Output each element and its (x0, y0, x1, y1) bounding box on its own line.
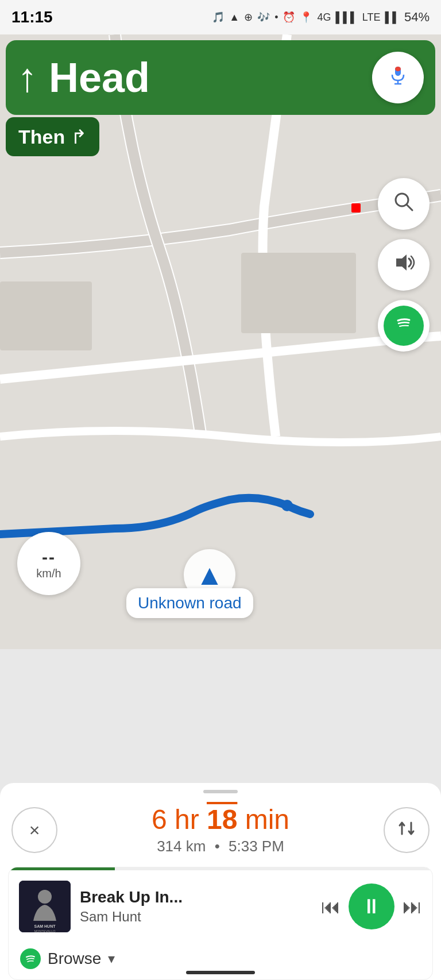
trip-hours: 6 hr (152, 804, 207, 835)
dot-status-icon: • (274, 11, 278, 24)
red-dot-marker (351, 203, 361, 213)
trip-time-info: 6 hr 18 min 314 km • 5:33 PM (63, 805, 378, 855)
pause-icon: ⏸ (361, 894, 382, 919)
search-button[interactable] (378, 178, 430, 230)
status-time: 11:15 (11, 8, 53, 26)
trip-minutes: 18 (207, 804, 237, 835)
signal2-icon: ▌▌ (385, 11, 400, 24)
music-progress-fill (9, 867, 115, 870)
navigation-header: ↑ Head Then ↱ (0, 34, 441, 156)
speed-value: -- (42, 547, 56, 567)
previous-track-button[interactable]: ⏮ (321, 896, 341, 918)
spotify2-status-icon: 🎶 (257, 11, 270, 24)
spotify-status-icon: 🎵 (212, 11, 225, 24)
next-track-button[interactable]: ⏭ (403, 896, 422, 918)
album-art: SAM HUNT MONTEVALLO (19, 881, 71, 932)
svg-text:MONTEVALLO: MONTEVALLO (34, 929, 56, 932)
trip-duration: 6 hr 18 min (63, 805, 378, 835)
lte-icon: LTE (362, 11, 381, 24)
browse-label[interactable]: Browse (48, 950, 101, 968)
nav-street-name: Head (49, 54, 361, 101)
pause-button[interactable]: ⏸ (349, 883, 394, 929)
music-info: Break Up In... Sam Hunt (80, 888, 312, 925)
trip-eta: 5:33 PM (229, 838, 284, 855)
svg-text:SAM HUNT: SAM HUNT (34, 924, 56, 928)
bottom-panel: × 6 hr 18 min 314 km • 5:33 PM (0, 783, 441, 980)
spotify-logo-footer (20, 948, 41, 969)
location-status-icon: 📍 (300, 11, 312, 24)
svg-point-13 (392, 312, 415, 335)
music-content: SAM HUNT MONTEVALLO Break Up In... Sam H… (9, 870, 432, 943)
nav-status-icon: ▲ (229, 11, 239, 24)
svg-line-11 (407, 205, 412, 210)
svg-marker-12 (396, 254, 407, 271)
trip-min-label: min (237, 804, 289, 835)
cancel-navigation-button[interactable]: × (11, 807, 57, 853)
spotify-circle (384, 306, 424, 346)
nav-then-label: Then (18, 126, 65, 148)
network-icon: 4G (317, 11, 331, 24)
svg-point-3 (281, 500, 293, 511)
unknown-road-label: Unknown road (126, 588, 253, 618)
status-bar: 11:15 🎵 ▲ ⊕ 🎶 • ⏰ 📍 4G ▌▌▌ LTE ▌▌ 54% (0, 0, 441, 34)
add-status-icon: ⊕ (244, 11, 253, 24)
trip-info: × 6 hr 18 min 314 km • 5:33 PM (0, 793, 441, 861)
trip-details: 314 km • 5:33 PM (63, 838, 378, 855)
nav-then-arrow-icon: ↱ (71, 125, 87, 148)
routes-icon (395, 817, 418, 844)
voice-button[interactable] (372, 52, 424, 103)
trip-separator: • (215, 838, 220, 855)
location-arrow-icon: ▲ (195, 558, 224, 592)
music-progress-bar (9, 867, 432, 870)
status-icons: 🎵 ▲ ⊕ 🎶 • ⏰ 📍 4G ▌▌▌ LTE ▌▌ 54% (212, 10, 430, 25)
home-indicator (186, 971, 255, 974)
svg-rect-7 (395, 67, 401, 71)
microphone-icon (385, 62, 411, 93)
side-buttons-container (378, 178, 430, 352)
music-player[interactable]: SAM HUNT MONTEVALLO Break Up In... Sam H… (8, 867, 433, 980)
svg-point-15 (38, 890, 52, 904)
sound-icon (392, 250, 416, 280)
search-icon (392, 190, 416, 219)
speed-unit: km/h (36, 567, 61, 580)
music-controls: ⏮ ⏸ ⏭ (321, 883, 422, 929)
alarm-icon: ⏰ (283, 11, 295, 24)
signal-icon: ▌▌▌ (335, 11, 357, 24)
nav-main-instruction[interactable]: ↑ Head (6, 40, 435, 115)
nav-direction-arrow: ↑ (17, 57, 37, 98)
spotify-button[interactable] (378, 300, 430, 352)
alternate-routes-button[interactable] (384, 807, 430, 853)
speed-indicator: -- km/h (17, 532, 80, 595)
music-artist: Sam Hunt (80, 909, 312, 925)
trip-distance: 314 km (157, 838, 206, 855)
nav-then-instruction[interactable]: Then ↱ (6, 117, 99, 156)
browse-chevron-icon: ▾ (108, 951, 115, 967)
spotify-icon (392, 312, 415, 339)
album-art-inner: SAM HUNT MONTEVALLO (19, 881, 71, 932)
battery-indicator: 54% (404, 10, 430, 25)
sound-button[interactable] (378, 239, 430, 291)
music-title: Break Up In... (80, 888, 312, 906)
